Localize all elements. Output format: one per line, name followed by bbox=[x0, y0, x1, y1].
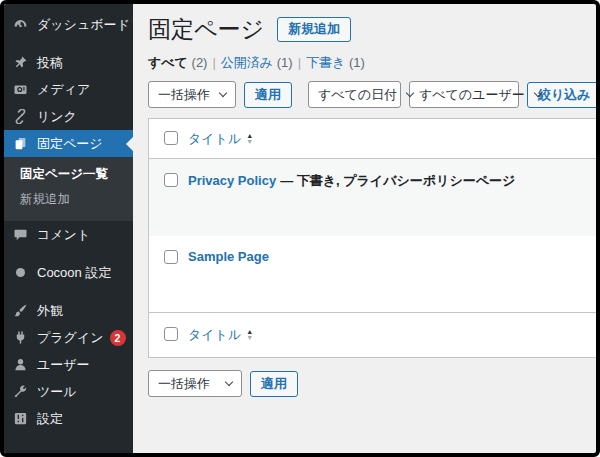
user-filter-value: すべてのユーザー bbox=[419, 86, 525, 104]
submenu-item-add-new[interactable]: 新規追加 bbox=[4, 187, 133, 212]
admin-sidebar: ダッシュボード 投稿 メディア リンク 固定ページ bbox=[4, 4, 133, 453]
user-filter-select[interactable]: すべてのユーザー bbox=[409, 81, 519, 108]
table-footer-row: タイトル ▲ ▼ bbox=[149, 312, 596, 357]
sidebar-item-label: プラグイン bbox=[37, 329, 104, 347]
apply-button-bottom[interactable]: 適用 bbox=[250, 371, 298, 397]
post-states: — 下書き, プライバシーポリシーページ bbox=[280, 173, 515, 188]
page-title-link[interactable]: Privacy Policy bbox=[188, 173, 276, 188]
filter-count: (1) bbox=[349, 55, 365, 70]
user-icon bbox=[12, 357, 29, 373]
sidebar-item-tools[interactable]: ツール bbox=[4, 378, 133, 405]
bulk-action-select-bottom[interactable]: 一括操作 bbox=[148, 370, 242, 397]
filter-count: (1) bbox=[277, 55, 293, 70]
table-header-row: タイトル ▲ ▼ bbox=[149, 119, 596, 159]
filter-label: すべて bbox=[148, 55, 188, 70]
sidebar-item-cocoon-settings[interactable]: Cocoon 設定 bbox=[4, 259, 133, 286]
filter-count: (2) bbox=[192, 55, 208, 70]
column-title-label: タイトル bbox=[188, 326, 241, 344]
menu-separator bbox=[4, 38, 133, 49]
sidebar-item-label: ConoHa WING bbox=[37, 451, 124, 453]
add-new-page-button[interactable]: 新規追加 bbox=[277, 17, 351, 42]
sidebar-item-media[interactable]: メディア bbox=[4, 76, 133, 103]
sidebar-item-appearance[interactable]: 外観 bbox=[4, 297, 133, 324]
column-title-sort-link[interactable]: タイトル ▲ ▼ bbox=[188, 326, 253, 344]
sort-indicator-icon: ▲ ▼ bbox=[246, 133, 253, 145]
status-filter-links: すべて (2)|公開済み (1)|下書き (1) bbox=[148, 54, 596, 72]
filter-draft-link[interactable]: 下書き (1) bbox=[306, 55, 365, 70]
media-icon bbox=[12, 82, 29, 98]
sidebar-item-comments[interactable]: コメント bbox=[4, 221, 133, 248]
sidebar-item-label: 外観 bbox=[37, 302, 63, 320]
sidebar-item-users[interactable]: ユーザー bbox=[4, 351, 133, 378]
plugin-icon bbox=[12, 330, 29, 346]
filter-label: 公開済み bbox=[221, 55, 273, 70]
filter-label: 下書き bbox=[306, 55, 345, 70]
page-title: 固定ページ bbox=[148, 15, 264, 43]
wordpress-admin-window: ダッシュボード 投稿 メディア リンク 固定ページ bbox=[0, 0, 600, 457]
pages-icon bbox=[12, 136, 29, 152]
plugins-update-badge: 2 bbox=[110, 330, 126, 346]
select-all-checkbox[interactable] bbox=[164, 131, 178, 145]
circle-icon bbox=[12, 265, 29, 281]
row-checkbox[interactable] bbox=[164, 173, 178, 187]
sidebar-item-label: 固定ページ bbox=[37, 135, 103, 153]
pages-submenu: 固定ページ一覧 新規追加 bbox=[4, 157, 133, 221]
menu-separator bbox=[4, 248, 133, 259]
sidebar-item-plugins[interactable]: プラグイン 2 bbox=[4, 324, 133, 351]
sidebar-item-label: ツール bbox=[37, 383, 77, 401]
gear-icon bbox=[12, 451, 29, 454]
sidebar-item-settings[interactable]: 設定 bbox=[4, 405, 133, 432]
sidebar-item-label: コメント bbox=[37, 226, 90, 244]
sidebar-item-label: ユーザー bbox=[37, 356, 90, 374]
pages-table: タイトル ▲ ▼ Privacy Policy— 下書き, プライバシーポリシー… bbox=[148, 118, 596, 358]
sidebar-item-label: 投稿 bbox=[37, 54, 63, 72]
title-cell: Privacy Policy— 下書き, プライバシーポリシーページ bbox=[188, 172, 515, 190]
table-row: Sample Page bbox=[149, 236, 596, 312]
sliders-icon bbox=[12, 411, 29, 427]
bulk-action-select[interactable]: 一括操作 bbox=[148, 81, 236, 108]
pin-icon bbox=[12, 55, 29, 71]
submenu-item-all-pages[interactable]: 固定ページ一覧 bbox=[4, 162, 133, 187]
filter-separator: | bbox=[298, 55, 301, 70]
page-title-link[interactable]: Sample Page bbox=[188, 249, 269, 264]
brush-icon bbox=[12, 303, 29, 319]
tablenav-bottom: 一括操作 適用 bbox=[148, 370, 596, 397]
bulk-action-value: 一括操作 bbox=[158, 375, 210, 393]
page-header: 固定ページ 新規追加 bbox=[148, 15, 596, 43]
row-checkbox[interactable] bbox=[164, 250, 178, 264]
column-title-label: タイトル bbox=[188, 130, 241, 148]
sidebar-item-label: メディア bbox=[37, 81, 90, 99]
chevron-down-icon bbox=[225, 378, 233, 386]
apply-button[interactable]: 適用 bbox=[244, 82, 292, 108]
select-all-checkbox[interactable] bbox=[164, 327, 178, 341]
sidebar-item-label: 設定 bbox=[37, 410, 63, 428]
date-filter-select[interactable]: すべての日付 bbox=[308, 81, 401, 108]
sidebar-item-pages[interactable]: 固定ページ bbox=[4, 130, 133, 157]
filter-published-link[interactable]: 公開済み (1) bbox=[221, 55, 293, 70]
sidebar-item-dashboard[interactable]: ダッシュボード bbox=[4, 11, 133, 38]
column-title-sort-link[interactable]: タイトル ▲ ▼ bbox=[188, 130, 253, 148]
sidebar-item-label: Cocoon 設定 bbox=[37, 264, 111, 282]
title-cell: Sample Page bbox=[188, 249, 273, 264]
menu-separator bbox=[4, 432, 133, 445]
sort-indicator-icon: ▲ ▼ bbox=[246, 329, 253, 341]
comment-icon bbox=[12, 227, 29, 243]
bulk-action-value: 一括操作 bbox=[158, 86, 210, 104]
table-row: Privacy Policy— 下書き, プライバシーポリシーページ bbox=[149, 159, 596, 236]
menu-separator bbox=[4, 286, 133, 297]
pages-list-screen: 固定ページ 新規追加 すべて (2)|公開済み (1)|下書き (1) 一括操作… bbox=[133, 4, 596, 453]
wrench-icon bbox=[12, 384, 29, 400]
sidebar-item-posts[interactable]: 投稿 bbox=[4, 49, 133, 76]
chevron-down-icon bbox=[219, 89, 227, 97]
sidebar-item-links[interactable]: リンク bbox=[4, 103, 133, 130]
sidebar-item-conoha-wing[interactable]: ConoHa WING bbox=[4, 445, 133, 453]
filter-all-link[interactable]: すべて (2) bbox=[148, 55, 207, 70]
filter-separator: | bbox=[212, 55, 215, 70]
link-icon bbox=[12, 109, 29, 125]
date-filter-value: すべての日付 bbox=[318, 86, 397, 104]
dashboard-icon bbox=[12, 17, 29, 33]
tablenav-top: 一括操作 適用 すべての日付 すべてのユーザー 絞り込み bbox=[148, 81, 596, 108]
sidebar-item-label: リンク bbox=[37, 108, 77, 126]
sidebar-item-label: ダッシュボード bbox=[37, 16, 130, 34]
